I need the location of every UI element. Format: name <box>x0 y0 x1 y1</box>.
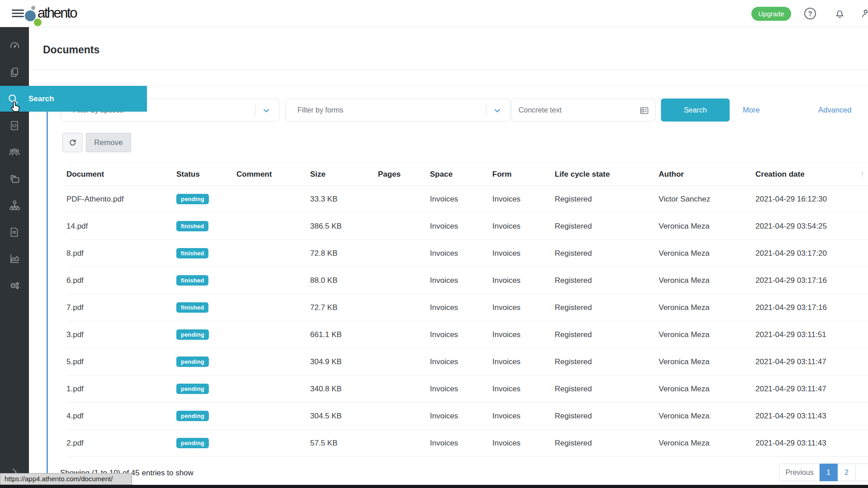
folders-icon[interactable] <box>0 165 29 192</box>
column-header-form[interactable]: Form <box>492 163 555 185</box>
column-header-pages[interactable]: Pages <box>378 163 430 185</box>
comment-cell <box>236 213 310 239</box>
app-window: athento Upgrade ? <box>0 0 868 488</box>
file-lines-icon[interactable] <box>0 219 29 245</box>
pages-cell <box>378 294 430 321</box>
form-cell: Invoices <box>492 186 555 212</box>
column-header-creation-date[interactable]: Creation date <box>755 163 868 185</box>
table-row[interactable]: 1.pdf pending 340.8 KB Invoices Invoices… <box>66 375 868 403</box>
mouse-cursor <box>8 100 24 116</box>
logo-dot-blue <box>25 10 36 21</box>
status-cell: pending <box>176 430 236 456</box>
column-header-document[interactable]: Document <box>66 163 176 185</box>
table-header-row: Document Status Comment Size Pages Space… <box>66 163 868 186</box>
search-button[interactable]: Search <box>661 99 730 122</box>
column-header-lifecycle[interactable]: Life cycle state <box>555 163 659 185</box>
users-group-icon[interactable] <box>0 139 29 165</box>
table-row[interactable]: 7.pdf finished 72.7 KB Invoices Invoices… <box>66 294 868 321</box>
table-row[interactable]: 4.pdf pending 304.5 KB Invoices Invoices… <box>66 403 868 430</box>
table-row[interactable]: 2.pdf pending 57.5 KB Invoices Invoices … <box>66 430 868 457</box>
column-header-author[interactable]: Author <box>659 163 755 185</box>
lifecycle-cell: Registered <box>555 348 659 375</box>
document-name-cell: 14.pdf <box>66 213 176 239</box>
status-badge: pending <box>176 411 209 421</box>
space-cell: Invoices <box>430 403 492 429</box>
pagination-next-cell-partial[interactable] <box>856 464 868 481</box>
copy-icon[interactable] <box>0 59 29 85</box>
comment-cell <box>236 294 310 321</box>
table-row[interactable]: 3.pdf pending 661.1 KB Invoices Invoices… <box>66 321 868 348</box>
status-badge: finished <box>176 248 208 258</box>
form-cell: Invoices <box>492 375 555 402</box>
form-cell: Invoices <box>492 321 555 348</box>
lifecycle-cell: Registered <box>555 321 659 348</box>
remove-button[interactable]: Remove <box>86 133 131 152</box>
size-cell: 72.8 KB <box>310 240 378 267</box>
previous-page-button[interactable]: Previous <box>779 464 820 481</box>
form-cell: Invoices <box>492 430 555 456</box>
chevron-down-icon <box>262 106 271 115</box>
form-cell: Invoices <box>492 294 555 321</box>
chevron-down-icon <box>493 106 502 115</box>
status-cell: pending <box>176 321 236 348</box>
status-cell: finished <box>176 267 236 294</box>
size-cell: 661.1 KB <box>310 321 378 348</box>
pages-cell <box>378 213 430 239</box>
sitemap-icon[interactable] <box>0 192 29 219</box>
panel-edge-line <box>47 112 48 473</box>
refresh-button[interactable] <box>62 133 82 152</box>
gauge-icon[interactable] <box>0 32 29 59</box>
table-row[interactable]: 6.pdf finished 88.0 KB Invoices Invoices… <box>66 267 868 294</box>
advanced-link[interactable]: Advanced <box>818 99 851 122</box>
page-2-button[interactable]: 2 <box>838 464 856 481</box>
upgrade-button[interactable]: Upgrade <box>751 7 791 21</box>
logo-dot-gray <box>31 6 35 10</box>
bottom-edge-bar <box>0 485 868 488</box>
comment-cell <box>236 430 310 456</box>
column-header-status[interactable]: Status <box>176 163 236 185</box>
sort-ascending-icon[interactable]: ↑ <box>860 169 864 179</box>
logo-text: athento <box>38 5 76 21</box>
form-cell: Invoices <box>492 240 555 267</box>
gears-icon[interactable] <box>0 272 29 299</box>
table-row[interactable]: 14.pdf finished 386.5 KB Invoices Invoic… <box>66 213 868 240</box>
menu-icon[interactable] <box>12 9 24 18</box>
column-header-space[interactable]: Space <box>430 163 492 185</box>
concrete-text-input[interactable] <box>512 106 625 114</box>
column-header-size[interactable]: Size <box>310 163 378 185</box>
lifecycle-cell: Registered <box>555 240 659 267</box>
pages-cell <box>378 348 430 375</box>
file-code-icon[interactable] <box>0 112 29 139</box>
table-row[interactable]: 8.pdf finished 72.8 KB Invoices Invoices… <box>66 240 868 267</box>
divider <box>147 85 868 86</box>
refresh-icon <box>68 138 77 147</box>
status-badge: pending <box>176 438 209 448</box>
pagination: Previous 1 2 <box>779 464 868 481</box>
area-chart-icon[interactable] <box>0 245 29 272</box>
bell-icon[interactable] <box>834 7 846 21</box>
divider <box>255 105 255 116</box>
column-header-comment[interactable]: Comment <box>236 163 310 185</box>
author-cell: Veronica Meza <box>659 267 755 294</box>
lifecycle-cell: Registered <box>555 294 659 321</box>
size-cell: 88.0 KB <box>310 267 378 294</box>
table-row[interactable]: 5.pdf pending 304.9 KB Invoices Invoices… <box>66 348 868 375</box>
size-cell: 72.7 KB <box>310 294 378 321</box>
size-cell: 304.9 KB <box>310 348 378 375</box>
help-glyph: ? <box>808 9 812 17</box>
users-icon[interactable] <box>861 8 868 21</box>
status-badge: finished <box>176 302 208 313</box>
filter-by-forms-value: Filter by forms <box>286 106 343 114</box>
vcard-icon[interactable] <box>639 106 649 116</box>
status-bar-url: https://app4.athento.com/document/ <box>0 473 132 485</box>
more-link[interactable]: More <box>743 99 760 122</box>
comment-cell <box>236 321 310 348</box>
concrete-text-field-wrap <box>511 99 656 122</box>
document-name-cell: 6.pdf <box>66 267 176 294</box>
page-1-button[interactable]: 1 <box>820 464 838 481</box>
creation-date-cell: 2021-04-29 03:17:20 <box>755 240 868 267</box>
table-row[interactable]: PDF-Athento.pdf pending 33.3 KB Invoices… <box>66 186 868 213</box>
help-icon[interactable]: ? <box>804 8 816 19</box>
filter-by-forms-select[interactable]: Filter by forms <box>285 99 510 122</box>
creation-date-cell: 2021-04-29 16:12:30 <box>755 186 868 212</box>
